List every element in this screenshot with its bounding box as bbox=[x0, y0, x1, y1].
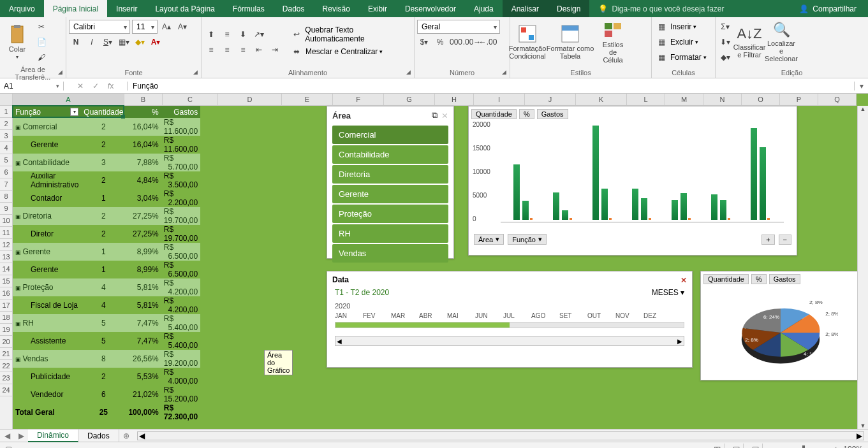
chart-btn-pct[interactable]: % bbox=[519, 109, 534, 119]
new-sheet-button[interactable]: ⊕ bbox=[119, 431, 133, 440]
font-dialog-launcher[interactable]: ◢ bbox=[191, 68, 200, 76]
tab-developer[interactable]: Desenvolvedor bbox=[396, 0, 465, 17]
zoom-out-button[interactable]: − bbox=[768, 445, 772, 449]
clipboard-dialog-launcher[interactable]: ◢ bbox=[55, 68, 64, 76]
timeline-clear-icon[interactable]: ⨯ bbox=[680, 275, 687, 284]
expand-formula-bar[interactable]: ▾ bbox=[854, 82, 868, 90]
number-dialog-launcher[interactable]: ◢ bbox=[499, 68, 508, 76]
find-select-button[interactable]: 🔍 Localizar e Selecionar bbox=[767, 20, 796, 64]
paste-button[interactable]: Colar ▾ bbox=[3, 20, 32, 64]
timeline-slicer[interactable]: Data⨯ T1 - T2 de 2020MESES ▾ 2020 JANFEV… bbox=[327, 271, 693, 368]
tab-help[interactable]: Ajuda bbox=[465, 0, 503, 17]
font-name-select[interactable]: Calibri bbox=[69, 20, 130, 34]
number-format-select[interactable]: Geral bbox=[417, 20, 500, 34]
slicer-item-vendas[interactable]: Vendas bbox=[332, 244, 448, 263]
format-cells-button[interactable]: ▦Formatar▾ bbox=[654, 50, 707, 64]
timeline-unit-select[interactable]: MESES ▾ bbox=[652, 288, 684, 297]
tab-review[interactable]: Revisão bbox=[314, 0, 359, 17]
chart-btn-qtd[interactable]: Quantidade bbox=[471, 109, 517, 119]
font-size-select[interactable]: 11 bbox=[132, 20, 158, 34]
slicer-area[interactable]: Área ⧉ ⨯ ComercialContabilidadeDiretoria… bbox=[327, 106, 454, 259]
copy-button[interactable]: 📄 bbox=[34, 35, 48, 49]
slicer-item-contabilidade[interactable]: Contabilidade bbox=[332, 145, 448, 164]
normal-view-button[interactable]: ▦ bbox=[710, 444, 725, 449]
fx-icon[interactable]: fx bbox=[108, 82, 114, 90]
page-layout-view-button[interactable]: ▤ bbox=[730, 444, 744, 449]
zoom-level[interactable]: 100% bbox=[843, 445, 863, 449]
sheet-nav-prev[interactable]: ◀ bbox=[0, 431, 14, 440]
font-color-button[interactable]: A▾ bbox=[149, 35, 163, 49]
format-painter-button[interactable]: 🖌 bbox=[34, 50, 48, 64]
timeline-scrollbar[interactable]: ◀▶ bbox=[335, 336, 684, 346]
tab-layout[interactable]: Layout da Página bbox=[146, 0, 223, 17]
sort-filter-button[interactable]: A↓Z Classificar e Filtrar bbox=[735, 20, 764, 64]
chart-collapse-button[interactable]: − bbox=[779, 235, 791, 245]
increase-decimal-button[interactable]: .00→ bbox=[465, 35, 479, 49]
formula-input[interactable]: Função bbox=[128, 82, 854, 90]
merge-center-button[interactable]: ⬌ Mesclar e Centralizar ▾ bbox=[290, 45, 411, 59]
align-left-button[interactable]: ≡ bbox=[204, 43, 218, 57]
increase-font-button[interactable]: A▴ bbox=[159, 20, 173, 34]
tab-design[interactable]: Design bbox=[548, 0, 589, 17]
alignment-dialog-launcher[interactable]: ◢ bbox=[404, 68, 413, 76]
insert-cells-button[interactable]: ▦Inserir▾ bbox=[654, 20, 696, 34]
slicer-item-diretoria[interactable]: Diretoria bbox=[332, 165, 448, 184]
cancel-formula-icon[interactable]: ✕ bbox=[77, 82, 84, 90]
tab-home[interactable]: Página Inicial bbox=[44, 0, 107, 17]
delete-cells-button[interactable]: ▦Excluir▾ bbox=[654, 35, 698, 49]
fill-color-button[interactable]: ◆▾ bbox=[133, 35, 147, 49]
autosum-button[interactable]: Σ▾ bbox=[718, 20, 732, 34]
format-as-table-button[interactable]: Formatar como Tabela bbox=[545, 20, 596, 64]
tab-view[interactable]: Exibir bbox=[359, 0, 396, 17]
slicer-item-gerente[interactable]: Gerente bbox=[332, 185, 448, 203]
page-break-view-button[interactable]: ▣ bbox=[749, 444, 763, 449]
fill-button[interactable]: ⬇▾ bbox=[718, 35, 732, 49]
tell-me-search[interactable]: 💡 Diga-me o que você deseja fazer bbox=[589, 4, 788, 13]
vertical-scrollbar[interactable]: ▲▼ bbox=[857, 106, 868, 429]
sheet-tab-dinamico[interactable]: Dinâmico bbox=[28, 430, 78, 442]
horizontal-scrollbar[interactable]: ◀▶ bbox=[137, 431, 864, 440]
outdent-button[interactable]: ⇤ bbox=[252, 43, 266, 57]
slicer-item-rh[interactable]: RH bbox=[332, 224, 448, 243]
align-top-button[interactable]: ⬆ bbox=[204, 27, 218, 41]
pivot-filter-icon[interactable]: ▾ bbox=[70, 108, 78, 116]
tab-insert[interactable]: Inserir bbox=[107, 0, 146, 17]
pie-btn-qtd[interactable]: Quantidade bbox=[703, 274, 749, 284]
tab-data[interactable]: Dados bbox=[274, 0, 314, 17]
enter-formula-icon[interactable]: ✓ bbox=[92, 82, 99, 90]
slicer-clear-icon[interactable]: ⨯ bbox=[441, 111, 448, 120]
slicer-item-comercial[interactable]: Comercial bbox=[332, 126, 448, 144]
thousands-button[interactable]: 000 bbox=[449, 35, 463, 49]
name-box[interactable]: A1▾ bbox=[0, 82, 64, 90]
pivot-head-funcao[interactable]: Função▾ bbox=[13, 106, 81, 118]
bold-button[interactable]: N bbox=[69, 35, 83, 49]
share-button[interactable]: 👤 Compartilhar bbox=[788, 4, 868, 13]
align-middle-button[interactable]: ≡ bbox=[220, 27, 234, 41]
align-center-button[interactable]: ≡ bbox=[220, 43, 234, 57]
select-all-cell[interactable] bbox=[0, 94, 13, 106]
tab-analyze[interactable]: Analisar bbox=[503, 0, 548, 17]
clear-button[interactable]: ◆▾ bbox=[718, 50, 732, 64]
bar-chart[interactable]: Quantidade % Gastos 20000150001000050000… bbox=[468, 106, 797, 256]
chart-expand-button[interactable]: + bbox=[761, 235, 774, 245]
column-headers[interactable]: ABCDEFGHIJKLMNOPQ bbox=[13, 94, 857, 106]
zoom-in-button[interactable]: + bbox=[834, 445, 838, 449]
italic-button[interactable]: I bbox=[85, 35, 99, 49]
pivot-table[interactable]: Função▾ Quantidade % Gastos Comercial216… bbox=[13, 106, 200, 421]
tab-file[interactable]: Arquivo bbox=[0, 0, 44, 17]
decrease-font-button[interactable]: A▾ bbox=[175, 20, 189, 34]
cell-styles-button[interactable]: Estilos de Célula bbox=[598, 20, 628, 64]
slicer-multiselect-icon[interactable]: ⧉ bbox=[432, 110, 438, 120]
decrease-decimal-button[interactable]: ←.00 bbox=[481, 35, 495, 49]
accounting-button[interactable]: $▾ bbox=[417, 35, 431, 49]
align-bottom-button[interactable]: ⬇ bbox=[236, 27, 250, 41]
macro-record-icon[interactable]: ▢ bbox=[5, 445, 12, 449]
cut-button[interactable]: ✂ bbox=[34, 20, 48, 34]
border-button[interactable]: ▦▾ bbox=[117, 35, 131, 49]
timeline-bar[interactable] bbox=[335, 322, 684, 328]
slicer-item-proteção[interactable]: Proteção bbox=[332, 205, 448, 223]
sheet-nav-next[interactable]: ▶ bbox=[14, 431, 28, 440]
chart-filter-area[interactable]: Área ▾ bbox=[474, 234, 504, 245]
pie-btn-gastos[interactable]: Gastos bbox=[769, 274, 800, 284]
orientation-button[interactable]: ↗▾ bbox=[252, 27, 266, 41]
